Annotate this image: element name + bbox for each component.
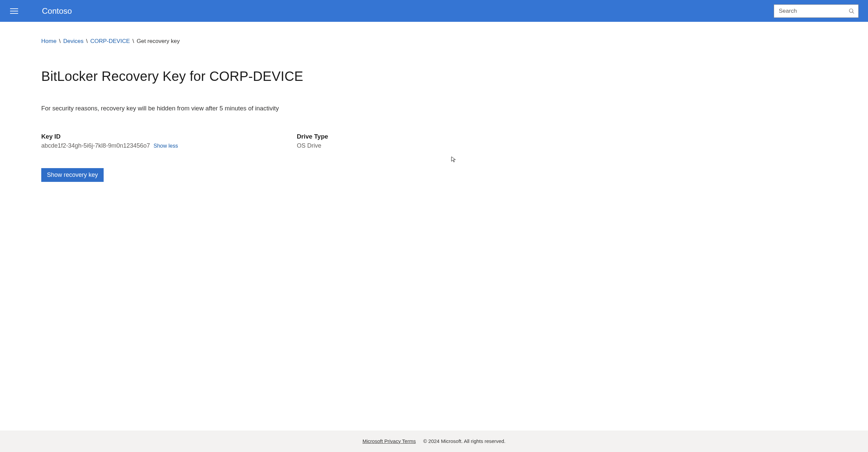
security-notice: For security reasons, recovery key will … [41, 105, 827, 112]
breadcrumb-separator: \ [86, 38, 89, 44]
page-title: BitLocker Recovery Key for CORP-DEVICE [41, 69, 827, 84]
search-container [774, 4, 859, 18]
brand-name: Contoso [42, 6, 72, 16]
breadcrumb-device-name[interactable]: CORP-DEVICE [90, 38, 130, 44]
copyright-text: © 2024 Microsoft. All rights reserved. [423, 438, 505, 444]
show-less-link[interactable]: Show less [154, 143, 178, 149]
drive-type-label: Drive Type [297, 133, 328, 140]
show-recovery-key-button[interactable]: Show recovery key [41, 168, 104, 182]
breadcrumb-separator: \ [59, 38, 62, 44]
header-left: Contoso [7, 3, 72, 19]
key-info-row: Key ID abcde1f2-34gh-5i6j-7kl8-9m0n12345… [41, 133, 827, 149]
breadcrumb-home[interactable]: Home [41, 38, 56, 44]
search-input[interactable] [774, 4, 859, 18]
key-id-label: Key ID [41, 133, 297, 140]
breadcrumb-separator: \ [132, 38, 135, 44]
privacy-terms-link[interactable]: Microsoft Privacy Terms [363, 438, 416, 444]
key-id-block: Key ID abcde1f2-34gh-5i6j-7kl8-9m0n12345… [41, 133, 297, 149]
drive-type-block: Drive Type OS Drive [297, 133, 328, 149]
header-bar: Contoso [0, 0, 868, 22]
footer: Microsoft Privacy Terms © 2024 Microsoft… [0, 430, 868, 452]
key-id-value-row: abcde1f2-34gh-5i6j-7kl8-9m0n123456o7 Sho… [41, 142, 297, 149]
breadcrumb-current: Get recovery key [136, 38, 180, 44]
key-id-value: abcde1f2-34gh-5i6j-7kl8-9m0n123456o7 [41, 142, 150, 149]
hamburger-menu-button[interactable] [7, 3, 22, 19]
breadcrumb-devices[interactable]: Devices [63, 38, 84, 44]
breadcrumb: Home \ Devices \ CORP-DEVICE \ Get recov… [41, 38, 827, 44]
drive-type-value: OS Drive [297, 142, 328, 149]
main-content: Home \ Devices \ CORP-DEVICE \ Get recov… [0, 22, 868, 430]
